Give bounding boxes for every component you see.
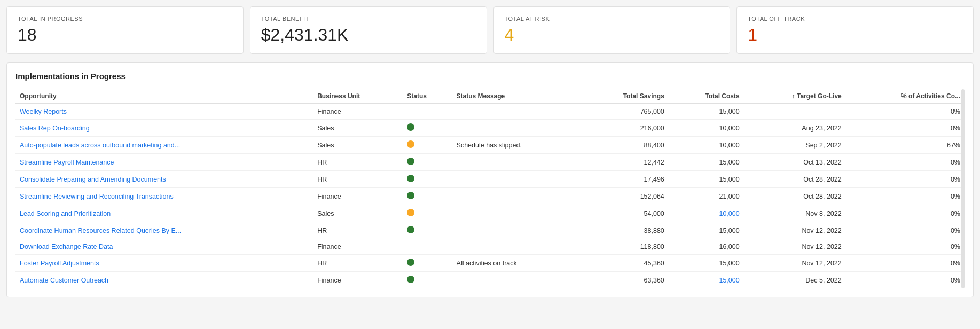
target-golive-cell: Nov 12, 2022 xyxy=(744,239,846,255)
total-costs-cell: 10,000 xyxy=(669,137,744,154)
status-dot xyxy=(407,209,414,216)
kpi-label-in-progress: TOTAL IN PROGRESS xyxy=(18,15,232,22)
status-cell xyxy=(403,104,452,120)
status-cell xyxy=(403,205,452,222)
col-header-status: Status xyxy=(403,89,452,104)
opportunity-cell: Weelky Reports xyxy=(15,104,313,120)
activities-pct-cell: 67% xyxy=(846,137,965,154)
status-dot xyxy=(407,158,414,165)
kpi-card-in-progress: TOTAL IN PROGRESS18 xyxy=(6,6,244,54)
total-costs-cell: 15,000 xyxy=(669,272,744,289)
status-message-cell xyxy=(452,222,582,239)
col-header-opportunity: Opportunity xyxy=(15,89,313,104)
business-unit-cell: Sales xyxy=(313,137,403,154)
opportunity-cell: Sales Rep On-boarding xyxy=(15,120,313,137)
activities-pct-cell: 0% xyxy=(846,255,965,272)
target-golive-cell: Oct 13, 2022 xyxy=(744,154,846,171)
implementations-table: OpportunityBusiness UnitStatusStatus Mes… xyxy=(15,89,965,288)
activities-pct-cell: 0% xyxy=(846,104,965,120)
total-costs-cell: 21,000 xyxy=(669,188,744,205)
total-costs-cell: 15,000 xyxy=(669,255,744,272)
target-golive-cell: Sep 2, 2022 xyxy=(744,137,846,154)
target-golive-cell: Oct 28, 2022 xyxy=(744,188,846,205)
target-golive-cell: Nov 12, 2022 xyxy=(744,255,846,272)
status-cell xyxy=(403,239,452,255)
total-savings-cell: 63,360 xyxy=(582,272,669,289)
status-cell xyxy=(403,188,452,205)
table-row: Consolidate Preparing and Amending Docum… xyxy=(15,171,965,188)
opportunity-link[interactable]: Download Exchange Rate Data xyxy=(20,243,113,250)
total-savings-cell: 54,000 xyxy=(582,205,669,222)
business-unit-cell: Finance xyxy=(313,272,403,289)
costs-highlight: 10,000 xyxy=(719,210,739,217)
status-dot xyxy=(407,175,414,182)
target-golive-cell: Dec 5, 2022 xyxy=(744,272,846,289)
status-dot xyxy=(407,226,414,233)
status-cell xyxy=(403,222,452,239)
opportunity-link[interactable]: Automate Customer Outreach xyxy=(20,277,108,284)
activities-pct-cell: 0% xyxy=(846,171,965,188)
total-costs-cell: 15,000 xyxy=(669,171,744,188)
target-golive-cell: Oct 28, 2022 xyxy=(744,171,846,188)
status-cell xyxy=(403,120,452,137)
opportunity-link[interactable]: Streamline Payroll Maintenance xyxy=(20,159,114,166)
col-header-total_savings: Total Savings xyxy=(582,89,669,104)
kpi-value-benefit: $2,431.31K xyxy=(261,25,476,45)
table-row: Streamline Payroll MaintenanceHR12,44215… xyxy=(15,154,965,171)
opportunity-link[interactable]: Streamline Reviewing and Reconciling Tra… xyxy=(20,193,174,200)
table-row: Auto-populate leads across outbound mark… xyxy=(15,137,965,154)
opportunity-link[interactable]: Consolidate Preparing and Amending Docum… xyxy=(20,176,166,183)
opportunity-link[interactable]: Coordinate Human Resources Related Queri… xyxy=(20,227,181,234)
opportunity-link[interactable]: Foster Payroll Adjustments xyxy=(20,260,99,267)
business-unit-cell: HR xyxy=(313,222,403,239)
opportunity-cell: Download Exchange Rate Data xyxy=(15,239,313,255)
total-costs-cell: 15,000 xyxy=(669,222,744,239)
target-golive-cell: Nov 12, 2022 xyxy=(744,222,846,239)
table-row: Download Exchange Rate DataFinance118,80… xyxy=(15,239,965,255)
business-unit-cell: Sales xyxy=(313,205,403,222)
table-row: Lead Scoring and PrioritizationSales54,0… xyxy=(15,205,965,222)
table-row: Coordinate Human Resources Related Queri… xyxy=(15,222,965,239)
business-unit-cell: Finance xyxy=(313,104,403,120)
opportunity-link[interactable]: Lead Scoring and Prioritization xyxy=(20,210,111,217)
total-costs-cell: 15,000 xyxy=(669,154,744,171)
status-cell xyxy=(403,171,452,188)
status-dot xyxy=(407,140,414,148)
status-cell xyxy=(403,255,452,272)
table-row: Automate Customer OutreachFinance63,3601… xyxy=(15,272,965,289)
status-dot xyxy=(407,192,414,199)
kpi-row: TOTAL IN PROGRESS18TOTAL BENEFIT$2,431.3… xyxy=(6,6,974,54)
activities-pct-cell: 0% xyxy=(846,188,965,205)
status-message-cell xyxy=(452,205,582,222)
kpi-label-off-track: TOTAL OFF TRACK xyxy=(748,15,962,22)
business-unit-cell: Sales xyxy=(313,120,403,137)
business-unit-cell: HR xyxy=(313,255,403,272)
kpi-card-off-track: TOTAL OFF TRACK1 xyxy=(736,6,974,54)
table-row: Foster Payroll AdjustmentsHRAll activiti… xyxy=(15,255,965,272)
kpi-value-in-progress: 18 xyxy=(18,25,232,45)
total-savings-cell: 765,000 xyxy=(582,104,669,120)
total-costs-cell: 10,000 xyxy=(669,205,744,222)
total-savings-cell: 12,442 xyxy=(582,154,669,171)
status-message-cell xyxy=(452,272,582,289)
opportunity-link[interactable]: Sales Rep On-boarding xyxy=(20,124,90,132)
business-unit-cell: Finance xyxy=(313,239,403,255)
total-costs-cell: 16,000 xyxy=(669,239,744,255)
total-costs-cell: 15,000 xyxy=(669,104,744,120)
opportunity-cell: Lead Scoring and Prioritization xyxy=(15,205,313,222)
activities-pct-cell: 0% xyxy=(846,272,965,289)
table-wrapper: OpportunityBusiness UnitStatusStatus Mes… xyxy=(15,89,965,288)
status-message-cell: Schedule has slipped. xyxy=(452,137,582,154)
costs-highlight: 15,000 xyxy=(719,277,739,284)
kpi-value-off-track: 1 xyxy=(748,25,962,45)
opportunity-link[interactable]: Weelky Reports xyxy=(20,108,67,115)
business-unit-cell: HR xyxy=(313,171,403,188)
opportunity-link[interactable]: Auto-populate leads across outbound mark… xyxy=(20,142,180,149)
activities-pct-cell: 0% xyxy=(846,222,965,239)
section-title: Implementations in Progress xyxy=(15,72,965,81)
kpi-card-at-risk: TOTAL AT RISK4 xyxy=(493,6,731,54)
total-savings-cell: 216,000 xyxy=(582,120,669,137)
status-message-cell: All activities on track xyxy=(452,255,582,272)
activities-pct-cell: 0% xyxy=(846,154,965,171)
col-header-business_unit: Business Unit xyxy=(313,89,403,104)
